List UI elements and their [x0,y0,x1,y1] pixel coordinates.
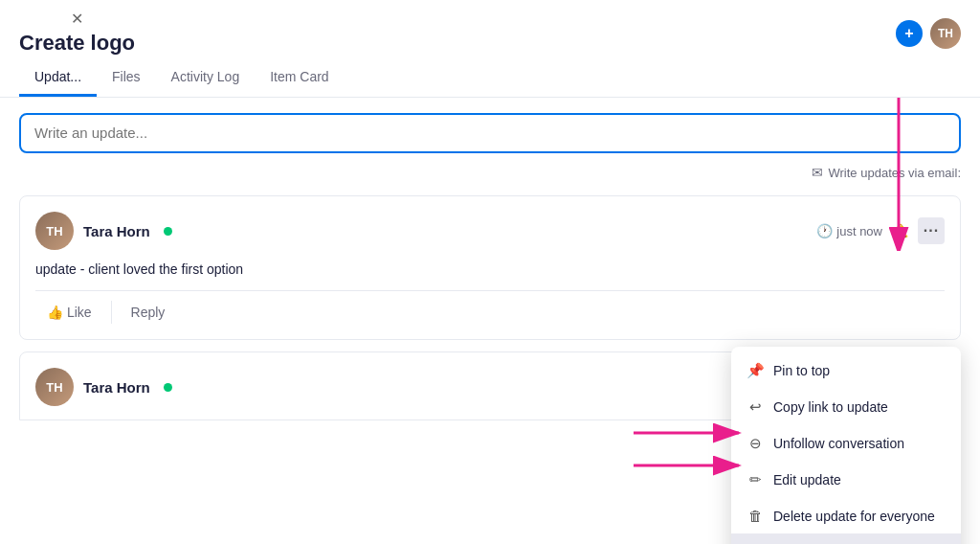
tab-item-card[interactable]: Item Card [255,59,344,97]
user-name-2: Tara Horn [83,379,150,396]
clock-icon: 🕐 [816,223,833,238]
update-actions: 👍 Like Reply [35,290,945,324]
update-card: TH Tara Horn 🕐 just now 🔔 ··· update - c… [19,195,961,340]
close-button[interactable]: ✕ [19,11,135,27]
user-info: TH Tara Horn [35,212,172,250]
context-menu: 📌 Pin to top ↩ Copy link to update ⊖ Unf… [731,347,961,544]
page-title: Create logo [19,31,135,56]
menu-item-edit[interactable]: ✏ Edit update [731,462,961,498]
panel: ✕ Create logo + TH Updat... Files Activi… [0,0,980,544]
menu-item-share[interactable]: ✉ Share update 🖐 [731,533,961,544]
avatar-2: TH [35,368,74,406]
annotation-arrow-copy-link [634,421,748,444]
update-time: 🕐 just now [816,223,882,238]
divider [111,301,112,324]
avatar: TH [35,212,74,250]
panel-header: ✕ Create logo + TH [0,0,980,56]
write-update-input[interactable] [34,125,946,141]
online-status-dot-2 [164,383,172,392]
update-header: TH Tara Horn 🕐 just now 🔔 ··· [35,212,945,250]
like-button[interactable]: 👍 Like [35,301,103,324]
menu-item-pin[interactable]: 📌 Pin to top [731,352,961,389]
menu-label-edit: Edit update [773,472,841,487]
menu-label-unfollow: Unfollow conversation [773,436,904,451]
pin-icon: 📌 [746,362,764,379]
add-button[interactable]: + [896,20,923,47]
copy-link-icon: ↩ [746,398,764,416]
menu-label-delete: Delete update for everyone [773,509,935,524]
menu-label-copy-link: Copy link to update [773,399,888,415]
menu-item-copy-link[interactable]: ↩ Copy link to update [731,389,961,425]
tab-updates[interactable]: Updat... [19,59,97,97]
header-left: ✕ Create logo [19,11,135,56]
edit-icon: ✏ [746,471,764,488]
menu-item-delete[interactable]: 🗑 Delete update for everyone [731,498,961,533]
delete-icon: 🗑 [746,508,764,524]
user-name: Tara Horn [83,223,150,239]
avatar: TH [930,18,961,49]
content-area: ✉ Write updates via email: TH Tara Horn … [0,98,980,544]
annotation-arrow-unfollow [634,454,748,477]
unfollow-icon: ⊖ [746,435,764,452]
tab-files[interactable]: Files [97,59,156,97]
update-text: update - client loved the first option [35,261,945,277]
online-status-dot [164,227,172,236]
annotation-arrow-top [880,98,918,251]
email-icon: ✉ [812,165,823,180]
write-update-area[interactable] [19,113,961,153]
menu-item-unfollow[interactable]: ⊖ Unfollow conversation [731,425,961,462]
email-line: ✉ Write updates via email: [19,165,961,180]
menu-label-pin: Pin to top [773,363,830,378]
tabs-bar: Updat... Files Activity Log Item Card [0,59,980,98]
reply-button[interactable]: Reply [120,301,177,324]
more-options-button[interactable]: ··· [918,217,945,244]
tab-activity-log[interactable]: Activity Log [156,59,256,97]
header-right: + TH [896,18,961,49]
